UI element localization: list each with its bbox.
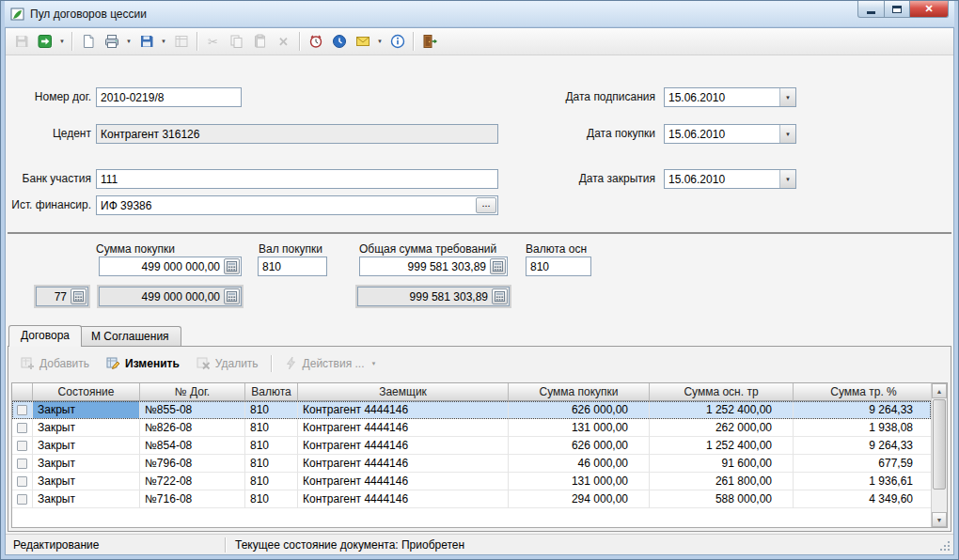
chevron-down-icon[interactable]: ▼ xyxy=(785,132,791,137)
copy-button[interactable] xyxy=(225,30,248,53)
minimize-button[interactable] xyxy=(857,1,885,18)
cell-purchase[interactable]: 294 000,00 xyxy=(509,490,650,508)
cell-state[interactable]: Закрыт xyxy=(33,473,140,490)
column-header-select[interactable] xyxy=(12,383,33,401)
base-currency-value[interactable]: 810 xyxy=(527,260,590,273)
cell-currency[interactable]: 810 xyxy=(245,437,298,455)
cell-main[interactable]: 261 800,00 xyxy=(650,473,794,490)
vertical-scrollbar[interactable]: ▲ ▼ xyxy=(931,383,947,527)
cell-borrower[interactable]: Контрагент 4444146 xyxy=(298,419,509,437)
scroll-up-button[interactable]: ▲ xyxy=(932,383,947,398)
print-dropdown[interactable]: ▼ xyxy=(123,30,134,53)
cell-state[interactable]: Закрыт xyxy=(33,455,140,473)
cell-purchase[interactable]: 626 000,00 xyxy=(509,437,650,455)
cell-pct[interactable]: 1 936,61 xyxy=(794,473,931,490)
save-button[interactable] xyxy=(9,30,33,53)
cell-currency[interactable]: 810 xyxy=(245,490,298,508)
cell-doc[interactable]: №716-08 xyxy=(140,490,245,508)
delete-button[interactable]: ✕ xyxy=(272,30,295,53)
table-row[interactable]: Закрыт №716-08 810 Контрагент 4444146 29… xyxy=(12,490,931,508)
total-claims-value[interactable]: 999 581 303,89 xyxy=(360,260,490,273)
title-bar[interactable]: Пул договоров цессии ✕ xyxy=(5,1,954,26)
cell-pct[interactable]: 4 349,60 xyxy=(794,490,931,508)
mail-dropdown[interactable]: ▼ xyxy=(374,30,385,53)
contract-number-input[interactable] xyxy=(96,87,242,107)
tab-contracts[interactable]: Договора xyxy=(8,325,82,347)
cell-state[interactable]: Закрыт xyxy=(33,419,140,437)
cell-currency[interactable]: 810 xyxy=(245,401,298,419)
row-checkbox-cell[interactable] xyxy=(12,455,33,473)
cell-main[interactable]: 262 000,00 xyxy=(650,419,794,437)
cell-borrower[interactable]: Контрагент 4444146 xyxy=(298,455,509,473)
purchase-sum-value[interactable]: 499 000 000,00 xyxy=(100,260,224,273)
table-row[interactable]: Закрыт №854-08 810 Контрагент 4444146 62… xyxy=(12,437,931,455)
close-button[interactable]: ✕ xyxy=(910,1,949,18)
edit-button[interactable]: Изменить xyxy=(98,352,188,374)
cell-main[interactable]: 1 252 400,00 xyxy=(650,401,794,419)
mail-button[interactable] xyxy=(351,30,374,53)
cell-borrower[interactable]: Контрагент 4444146 xyxy=(298,490,509,508)
table-row[interactable]: Закрыт №796-08 810 Контрагент 4444146 46… xyxy=(12,455,931,473)
purchase-sum2-calc-button[interactable] xyxy=(224,288,240,304)
close-date-input[interactable] xyxy=(665,170,779,188)
sign-date-input[interactable] xyxy=(665,88,779,106)
history-button[interactable] xyxy=(327,30,351,53)
cell-doc[interactable]: №854-08 xyxy=(140,437,245,455)
row-checkbox-cell[interactable] xyxy=(12,473,33,490)
count-value[interactable]: 77 xyxy=(37,290,71,303)
cell-purchase[interactable]: 626 000,00 xyxy=(509,401,650,419)
maximize-button[interactable] xyxy=(885,1,910,18)
cut-button[interactable]: ✂ xyxy=(201,30,225,53)
save-as-dropdown[interactable]: ▼ xyxy=(158,30,169,53)
cell-pct[interactable]: 1 938,08 xyxy=(794,419,931,437)
paste-button[interactable] xyxy=(248,30,272,53)
new-document-button[interactable] xyxy=(76,30,100,53)
grid-delete-button[interactable]: Удалить xyxy=(188,352,267,374)
cell-main[interactable]: 91 600,00 xyxy=(650,455,794,473)
cell-doc[interactable]: №826-08 xyxy=(140,419,245,437)
export-button[interactable] xyxy=(33,30,56,53)
export-dropdown[interactable]: ▼ xyxy=(56,30,68,53)
purchase-currency-value[interactable]: 810 xyxy=(259,260,326,273)
table-row[interactable]: Закрыт №826-08 810 Контрагент 4444146 13… xyxy=(12,419,931,437)
cell-pct[interactable]: 9 264,33 xyxy=(794,401,931,419)
actions-dropdown-icon[interactable]: ▼ xyxy=(371,361,377,366)
column-header-pct[interactable]: Сумма тр. % xyxy=(794,383,931,401)
fin-source-input[interactable] xyxy=(97,196,475,214)
total-claims-calc-button[interactable] xyxy=(490,258,506,274)
column-header-purchase[interactable]: Сумма покупки xyxy=(509,383,650,401)
cell-currency[interactable]: 810 xyxy=(245,419,298,437)
count-calc-button[interactable] xyxy=(71,288,86,304)
exit-button[interactable] xyxy=(417,30,441,53)
cell-borrower[interactable]: Контрагент 4444146 xyxy=(298,437,509,455)
purchase-sum2-value[interactable]: 499 000 000,00 xyxy=(100,290,224,303)
table-row[interactable]: Закрыт №722-08 810 Контрагент 4444146 13… xyxy=(12,473,931,490)
total-claims2-calc-button[interactable] xyxy=(492,288,508,304)
row-checkbox-cell[interactable] xyxy=(12,437,33,455)
scrollbar-thumb[interactable] xyxy=(933,399,946,490)
cell-main[interactable]: 1 252 400,00 xyxy=(650,437,794,455)
total-claims2-value[interactable]: 999 581 303,89 xyxy=(358,290,492,303)
column-header-borrower[interactable]: Заемщик xyxy=(298,383,509,401)
row-checkbox-cell[interactable] xyxy=(12,401,33,419)
fin-source-browse-button[interactable]: ... xyxy=(476,197,496,213)
cell-borrower[interactable]: Контрагент 4444146 xyxy=(298,401,509,419)
column-header-doc[interactable]: № Дог. xyxy=(140,383,245,401)
print-button[interactable] xyxy=(100,30,123,53)
add-button[interactable]: Добавить xyxy=(12,352,98,374)
cell-main[interactable]: 588 000,00 xyxy=(650,490,794,508)
chevron-down-icon[interactable]: ▼ xyxy=(785,177,791,182)
save-as-button[interactable] xyxy=(134,30,158,53)
cell-purchase[interactable]: 131 000,00 xyxy=(509,419,650,437)
cell-purchase[interactable]: 131 000,00 xyxy=(509,473,650,490)
column-header-state[interactable]: Состояние xyxy=(33,383,140,401)
actions-button[interactable]: Действия ... ▼ xyxy=(275,352,385,374)
reminder-button[interactable] xyxy=(304,30,327,53)
purchase-date-input[interactable] xyxy=(665,125,779,143)
column-header-currency[interactable]: Валюта xyxy=(245,383,298,401)
resize-grip[interactable] xyxy=(940,541,951,552)
table-row[interactable]: Закрыт №855-08 810 Контрагент 4444146 62… xyxy=(12,401,931,419)
preview-button[interactable] xyxy=(169,30,193,53)
cell-doc[interactable]: №722-08 xyxy=(140,473,245,490)
cell-currency[interactable]: 810 xyxy=(245,473,298,490)
